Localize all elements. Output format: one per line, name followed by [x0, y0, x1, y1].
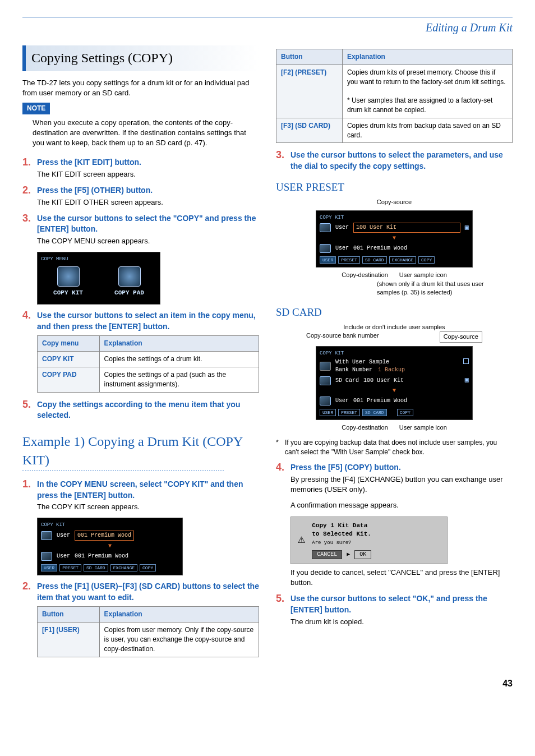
step-body-2: A confirmation message appears. [290, 500, 513, 510]
cell: [F2] (PRESET) [276, 64, 343, 118]
tab-sdcard[interactable]: SD CARD [362, 409, 387, 416]
step-number: 3. [22, 213, 34, 235]
step-heading: Press the [F5] (COPY) button. [290, 462, 401, 473]
step-number: 5. [22, 399, 34, 421]
cell: COPY PAD [38, 367, 100, 393]
kit-name-dest[interactable]: 001 Premium Wood [353, 245, 469, 252]
table-header-row: Copy menu Explanation [38, 336, 259, 352]
note-badge: NOTE [22, 103, 50, 114]
ex-step-5: 5. Use the cursor buttons to select "OK,… [276, 593, 513, 615]
cancel-button[interactable]: CANCEL [312, 550, 342, 559]
copy-menu-table: Copy menu Explanation COPY KIT Copies th… [37, 335, 259, 392]
row-label: SD Card [335, 377, 359, 385]
tab-exchange[interactable]: EXCHANGE [389, 256, 416, 264]
screen-title: COPY KIT [320, 350, 469, 357]
tab-sdcard[interactable]: SD CARD [362, 256, 387, 264]
screen-title: COPY KIT [320, 214, 469, 222]
cell: [F3] (SD CARD) [276, 118, 343, 143]
confirm-line-1: Copy 1 Kit Data [312, 522, 371, 530]
caption-copy-source-box: Copy-source [440, 331, 482, 342]
tab-sdcard[interactable]: SD CARD [84, 564, 108, 571]
page-number: 43 [22, 677, 513, 690]
tab-copy[interactable]: COPY [140, 564, 156, 571]
screen-title: COPY KIT [41, 522, 179, 529]
step-heading: Use the cursor buttons to select an item… [37, 310, 259, 332]
sd-card-heading: SD CARD [276, 305, 513, 320]
col-header: Explanation [99, 336, 259, 352]
sd-footnote: * If you are copying backup data that do… [276, 438, 513, 457]
tab-user[interactable]: USER [320, 409, 336, 416]
button-table-right: Button Explanation [F2] (PRESET) Copies … [276, 49, 513, 143]
cell: Copies from user memory. Only if the cop… [99, 623, 259, 657]
bank-number-label: Bank Number [335, 366, 372, 374]
asterisk-icon: * [276, 438, 282, 457]
tab-copy[interactable]: COPY [418, 256, 435, 264]
step-heading: Press the [F1] (USER)–[F3] (SD CARD) but… [37, 581, 259, 603]
two-column-layout: Copying Settings (COPY) The TD-27 lets y… [22, 45, 513, 664]
kit-name-dest[interactable]: 001 Premium Wood [75, 552, 128, 560]
kit-name-source[interactable]: 100 User Kit [363, 377, 460, 385]
sd-icon [320, 362, 331, 371]
step-2: 2. Press the [F5] (OTHER) button. [22, 185, 259, 196]
step-heading: Copy the settings according to the menu … [37, 399, 259, 421]
step-body: The COPY KIT screen appears. [37, 502, 259, 512]
user-sample-icon: ▣ [465, 376, 469, 385]
step-number: 4. [276, 462, 287, 473]
kit-icon [320, 244, 331, 253]
step-number: 2. [22, 581, 34, 603]
caption-bank-number: Copy-source bank number [306, 331, 379, 342]
copy-menu-screenshot: COPY MENU COPY KIT COPY PAD [37, 252, 160, 305]
row-label: User [57, 532, 70, 540]
tab-user[interactable]: USER [41, 564, 57, 571]
ex-step-3: 3. Use the cursor buttons to select the … [276, 150, 513, 172]
step-heading: Use the cursor buttons to select the "CO… [37, 213, 259, 235]
tab-exchange[interactable]: EXCHANGE [110, 564, 137, 571]
step-4: 4. Use the cursor buttons to select an i… [22, 310, 259, 332]
with-user-sample-label: With User Sample [335, 358, 389, 366]
cell: Copies drum kits from backup data saved … [342, 118, 512, 143]
row-label: User [335, 397, 349, 405]
col-header: Explanation [342, 49, 512, 65]
row-label: User [57, 552, 70, 560]
tab-user[interactable]: USER [320, 256, 336, 264]
cell: Copies the settings of a pad (such as th… [99, 367, 259, 393]
copy-pad-item[interactable]: COPY PAD [114, 266, 144, 297]
cell: Copies drum kits of preset memory. Choos… [342, 64, 512, 118]
ok-button[interactable]: OK [354, 550, 371, 559]
note-body: When you execute a copy operation, the c… [33, 118, 259, 149]
intro-paragraph: The TD-27 lets you copy settings for a d… [22, 78, 259, 98]
sd-card-screenshot: COPY KIT With User Sample Bank Number 1 … [316, 346, 473, 421]
step-number: 1. [22, 479, 34, 501]
col-header: Button [38, 607, 100, 623]
step-3: 3. Use the cursor buttons to select the … [22, 213, 259, 235]
tab-preset[interactable]: PRESET [338, 409, 360, 416]
copy-kit-item[interactable]: COPY KIT [53, 266, 83, 297]
tab-preset[interactable]: PRESET [59, 564, 81, 571]
step-body: The drum kit is copied. [290, 617, 513, 627]
cell: COPY KIT [38, 352, 100, 367]
step-heading: In the COPY MENU screen, select "COPY KI… [37, 479, 259, 501]
kit-name-dest[interactable]: 001 Premium Wood [353, 397, 469, 405]
confirm-screenshot: ⚠ Copy 1 Kit Data to Selected Kit. Are y… [290, 517, 448, 564]
user-sample-icon: ▣ [465, 223, 469, 233]
copy-pad-label: COPY PAD [114, 289, 144, 297]
copy-kit-icon [57, 266, 80, 287]
with-user-sample-checkbox[interactable] [463, 358, 469, 364]
kit-name-source[interactable]: 100 User Kit [353, 223, 460, 233]
copy-kit-label: COPY KIT [53, 289, 83, 297]
table-header-row: Button Explanation [276, 49, 513, 65]
kit-icon [41, 552, 52, 561]
copy-kit-screenshot: COPY KIT User 001 Premium Wood ▼ User 00… [37, 518, 183, 575]
kit-name-source[interactable]: 001 Premium Wood [75, 531, 134, 541]
kit-icon [320, 397, 331, 405]
example-heading: Example 1) Copying a Drum Kit (COPY KIT) [22, 432, 259, 470]
left-column: Copying Settings (COPY) The TD-27 lets y… [22, 45, 259, 664]
tab-preset[interactable]: PRESET [338, 256, 360, 264]
row-label: User [335, 245, 349, 252]
confirm-line-2: to Selected Kit. [312, 530, 371, 538]
dotted-rule [22, 470, 224, 471]
tab-copy[interactable]: COPY [397, 409, 413, 416]
col-header: Copy menu [38, 336, 100, 352]
confirm-prompt: Are you sure? [312, 540, 371, 547]
bank-number-value[interactable]: 1 Backup [378, 366, 405, 374]
